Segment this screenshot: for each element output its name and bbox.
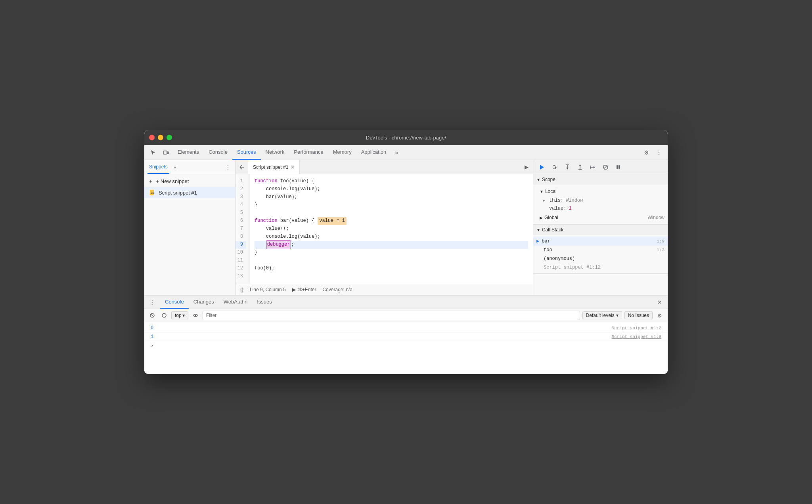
step-out-btn[interactable] — [575, 162, 586, 173]
line-num-6: 6 — [236, 217, 246, 225]
scope-section: ▼ Scope ▼ Local ▶ this: Window — [533, 174, 668, 225]
step-btn[interactable] — [587, 162, 598, 173]
callstack-bar[interactable]: ▶ bar 1:9 — [533, 237, 668, 246]
tab-network[interactable]: Network — [261, 145, 289, 160]
tab-memory[interactable]: Memory — [328, 145, 356, 160]
levels-chevron-icon: ▾ — [616, 313, 619, 318]
callstack-arrow: ▶ — [536, 238, 539, 244]
line-num-2: 2 — [236, 185, 246, 193]
cursor-icon-btn[interactable] — [147, 147, 159, 158]
editor-tab-close[interactable]: ✕ — [291, 164, 295, 170]
bottom-panel: ⋮ Console Changes WebAuthn Issues ✕ — [144, 295, 668, 374]
console-prompt[interactable]: › — [144, 341, 668, 350]
code-content[interactable]: function foo(value) { console.log(value)… — [250, 174, 533, 284]
line-num-1: 1 — [236, 178, 246, 185]
maximize-button[interactable] — [167, 135, 172, 140]
svg-rect-1 — [167, 152, 169, 154]
close-button[interactable] — [149, 135, 155, 140]
scope-title: Scope — [542, 177, 555, 182]
sidebar-more-btn[interactable]: » — [171, 163, 179, 171]
tab-performance[interactable]: Performance — [289, 145, 328, 160]
tab-console[interactable]: Console — [204, 145, 232, 160]
callstack-triangle: ▼ — [536, 228, 540, 232]
pause-on-exceptions-btn[interactable] — [613, 162, 624, 173]
scope-header[interactable]: ▼ Scope — [533, 174, 668, 185]
deactivate-btn[interactable] — [600, 162, 611, 173]
run-snippet-btn[interactable]: ▶ ⌘+Enter — [292, 287, 316, 292]
svg-text:JS: JS — [151, 191, 154, 195]
window-title: DevTools - chrome://new-tab-page/ — [366, 135, 446, 141]
code-editor: 1 2 3 4 5 6 7 8 9 10 11 12 13 — [236, 174, 533, 284]
editor-run-btn[interactable]: ▶ — [520, 160, 533, 174]
call-stack-title: Call Stack — [542, 227, 563, 233]
local-scope-header[interactable]: ▼ Local — [533, 186, 668, 197]
top-selector[interactable]: top ▾ — [171, 311, 188, 319]
step-into-btn[interactable] — [562, 162, 573, 173]
svg-rect-17 — [617, 165, 618, 169]
callstack-bar-name: bar — [542, 239, 657, 244]
default-levels-btn[interactable]: Default levels ▾ — [582, 311, 622, 319]
bottom-tab-console[interactable]: Console — [160, 296, 189, 309]
console-content: 0 Script snippet #1:2 1 Script snippet #… — [144, 322, 668, 374]
more-tabs-btn[interactable]: » — [391, 147, 402, 158]
editor-tab-snippet[interactable]: Script snippet #1 ✕ — [248, 160, 300, 174]
device-toolbar-btn[interactable] — [160, 147, 171, 158]
plus-icon: + — [149, 178, 152, 184]
title-bar: DevTools - chrome://new-tab-page/ — [144, 130, 668, 145]
bottom-menu-btn[interactable]: ⋮ — [147, 298, 157, 307]
coverage-text: Coverage: n/a — [322, 287, 352, 292]
line-num-9: 9 — [236, 241, 246, 249]
code-line-7: value++; — [255, 225, 528, 233]
call-stack-header[interactable]: ▼ Call Stack — [533, 225, 668, 235]
console-source-1[interactable]: Script snippet #1:8 — [612, 334, 661, 339]
new-snippet-btn[interactable]: + + New snippet — [144, 176, 235, 187]
callstack-snippet-name: Script snippet #1:12 — [544, 265, 665, 270]
filter-btn[interactable] — [159, 311, 169, 320]
snippet-file-icon: JS — [149, 189, 155, 196]
bottom-tab-changes[interactable]: Changes — [189, 296, 219, 309]
default-levels-label: Default levels — [586, 313, 615, 318]
step-over-btn[interactable] — [549, 162, 560, 173]
format-btn[interactable]: {} — [240, 287, 243, 292]
callstack-anon[interactable]: (anonymous) — [533, 254, 668, 263]
global-scope-header[interactable]: ▶ Global Window — [533, 212, 668, 223]
local-label: Local — [545, 189, 557, 194]
line-col-text: Line 9, Column 5 — [250, 287, 286, 292]
tab-sources[interactable]: Sources — [232, 145, 261, 160]
code-line-1: function foo(value) { — [255, 178, 528, 185]
global-label: Global — [544, 215, 647, 220]
code-line-13 — [255, 273, 528, 281]
minimize-button[interactable] — [158, 135, 163, 140]
content-area: Snippets » ⋮ + + New snippet JS — [144, 160, 668, 295]
more-options-btn[interactable]: ⋮ — [653, 147, 665, 158]
line-num-3: 3 — [236, 193, 246, 201]
resume-btn[interactable] — [536, 162, 548, 173]
callstack-foo-location: 1:3 — [657, 248, 665, 252]
settings-btn[interactable]: ⚙ — [641, 147, 652, 158]
bottom-tab-issues[interactable]: Issues — [252, 296, 277, 309]
bottom-close-btn[interactable]: ✕ — [655, 298, 665, 307]
editor-nav-back[interactable] — [236, 160, 248, 174]
line-numbers: 1 2 3 4 5 6 7 8 9 10 11 12 13 — [236, 174, 250, 284]
no-issues-btn[interactable]: No Issues — [624, 311, 653, 319]
callstack-foo[interactable]: foo 1:3 — [533, 246, 668, 254]
no-issues-label: No Issues — [628, 313, 649, 318]
local-triangle: ▼ — [540, 189, 544, 194]
console-settings-btn[interactable]: ⚙ — [655, 311, 665, 320]
snippet-item[interactable]: JS Script snippet #1 — [144, 187, 235, 198]
bottom-tab-webauthn[interactable]: WebAuthn — [219, 296, 252, 309]
clear-console-btn[interactable] — [147, 311, 157, 320]
tab-elements[interactable]: Elements — [173, 145, 204, 160]
toolbar-right: ⚙ ⋮ — [641, 147, 665, 158]
svg-marker-9 — [566, 168, 569, 170]
sidebar-menu-btn[interactable]: ⋮ — [224, 163, 232, 171]
callstack-foo-name: foo — [544, 247, 657, 253]
callstack-snippet[interactable]: Script snippet #1:12 — [533, 263, 668, 272]
console-filter-input[interactable] — [203, 311, 580, 320]
sidebar: Snippets » ⋮ + + New snippet JS — [144, 160, 236, 295]
call-stack-content: ▶ bar 1:9 foo 1:3 (anonymous) — [533, 235, 668, 273]
console-source-0[interactable]: Script snippet #1:2 — [612, 326, 661, 330]
snippets-tab[interactable]: Snippets — [147, 160, 169, 174]
eye-icon-btn[interactable] — [191, 311, 200, 320]
tab-application[interactable]: Application — [356, 145, 391, 160]
